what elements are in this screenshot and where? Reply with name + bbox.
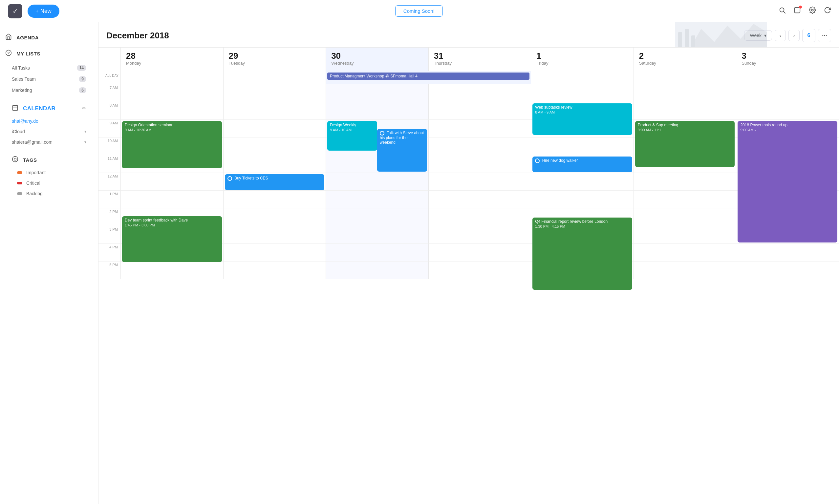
cell-3-4pm[interactable] [736,244,839,262]
allday-event-workshop[interactable]: Product Managment Workshop @ SFmoma Hall… [327,73,530,80]
cell-1-8am[interactable]: Web subtasks review 8 AM - 9 AM [531,102,634,120]
prev-week-button[interactable]: ‹ [775,30,786,41]
cell-31-3pm[interactable] [429,226,532,244]
cell-30-3pm[interactable] [326,226,429,244]
event-hire-dog[interactable]: Hire new dog walker [532,157,632,172]
cell-2-5pm[interactable] [634,262,736,279]
cell-28-7am[interactable] [121,84,224,102]
refresh-icon[interactable] [824,6,831,16]
new-button[interactable]: + New [28,5,59,18]
cell-31-9am[interactable] [429,120,532,138]
cell-31-2pm[interactable] [429,209,532,226]
event-dev-sprint[interactable]: Dev team sprint feedback with Dave 1:45 … [122,216,222,262]
cell-31-1pm[interactable] [429,191,532,209]
cell-29-8am[interactable] [224,102,326,120]
cell-29-9am[interactable] [224,120,326,138]
cell-30-9am[interactable]: Design Weekly 9 AM - 10 AM Talk with Ste… [326,120,429,138]
cell-30-12pm[interactable] [326,173,429,191]
more-options-button[interactable] [818,29,831,42]
cell-2-1pm[interactable] [634,191,736,209]
account-shai[interactable]: shai@any.do [12,116,86,126]
cell-29-1pm[interactable] [224,191,326,209]
cell-28-12pm[interactable] [121,173,224,191]
cell-29-5pm[interactable] [224,262,326,279]
cell-30-5pm[interactable] [326,262,429,279]
cell-31-5pm[interactable] [429,262,532,279]
list-item-marketing[interactable]: Marketing 6 [6,85,92,96]
cell-31-8am[interactable] [429,102,532,120]
cell-1-10am[interactable] [531,138,634,155]
cell-31-11am[interactable] [429,155,532,173]
cell-3-8am[interactable] [736,102,839,120]
cell-29-2pm[interactable] [224,209,326,226]
cell-2-2pm[interactable] [634,209,736,226]
chevron-icon-2: ▾ [84,140,86,144]
list-item-all-tasks[interactable]: All Tasks 14 [6,62,92,73]
cell-30-2pm[interactable] [326,209,429,226]
event-design-weekly[interactable]: Design Weekly 9 AM - 10 AM [327,121,377,150]
cell-28-1pm[interactable] [121,191,224,209]
week-view-select[interactable]: Week ▾ [744,30,772,41]
cell-2-12pm[interactable] [634,173,736,191]
cell-28-5pm[interactable] [121,262,224,279]
cell-30-4pm[interactable] [326,244,429,262]
cell-2-8am[interactable] [634,102,736,120]
check-circle-icon [5,50,12,58]
sidebar-item-my-lists[interactable]: MY LISTS [0,46,98,61]
tags-header[interactable]: TAGS [6,152,92,167]
next-week-button[interactable]: › [788,30,800,41]
cell-31-10am[interactable] [429,138,532,155]
cell-29-12pm[interactable]: Buy Tickets to CES [224,173,326,191]
tag-critical[interactable]: Critical [12,178,86,188]
cell-1-2pm[interactable]: Q4 Financial report review before London… [531,209,634,226]
cell-30-8am[interactable] [326,102,429,120]
cell-28-9am[interactable]: Design Orientation seminar 9 AM - 10:30 … [121,120,224,138]
list-item-sales-team[interactable]: Sales Team 9 [6,73,92,85]
cell-1-12pm[interactable] [531,173,634,191]
event-2018-power[interactable]: 2018 Power tools round up 9:00 AM - [737,121,837,242]
account-gmail[interactable]: shaiera@gmail.com ▾ [12,137,86,147]
cell-1-11am[interactable]: Hire new dog walker [531,155,634,173]
cell-29-4pm[interactable] [224,244,326,262]
event-web-subtasks[interactable]: Web subtasks review 8 AM - 9 AM [532,103,632,135]
cell-29-7am[interactable] [224,84,326,102]
cell-2-4pm[interactable] [634,244,736,262]
account-icloud[interactable]: iCloud ▾ [12,126,86,137]
time-12pm: 12 AM [99,173,121,191]
notification-icon[interactable] [794,6,801,16]
cell-2-3pm[interactable] [634,226,736,244]
coming-soon-button[interactable]: Coming Soon! [395,5,443,17]
cell-30-7am[interactable] [326,84,429,102]
cell-29-10am[interactable] [224,138,326,155]
notification-dot [799,5,802,8]
sidebar-item-agenda[interactable]: AGENDA [0,30,98,45]
event-talk-steve[interactable]: Talk with Steve about his plans for the … [377,129,427,172]
event-buy-tickets[interactable]: Buy Tickets to CES [225,174,325,190]
tag-important[interactable]: Important [12,167,86,178]
cell-1-7am[interactable] [531,84,634,102]
cell-28-8am[interactable] [121,102,224,120]
settings-icon[interactable] [809,6,816,16]
svg-rect-17 [678,32,682,47]
cell-28-2pm[interactable]: Dev team sprint feedback with Dave 1:45 … [121,209,224,226]
cell-3-9am[interactable]: 2018 Power tools round up 9:00 AM - [736,120,839,138]
cell-3-7am[interactable] [736,84,839,102]
cell-31-7am[interactable] [429,84,532,102]
cell-29-3pm[interactable] [224,226,326,244]
event-product-sup[interactable]: Product & Sup meeting 9:00 AM - 11:1 [635,121,735,167]
cell-30-1pm[interactable] [326,191,429,209]
cell-31-12pm[interactable] [429,173,532,191]
app-logo[interactable]: ✓ [8,4,22,18]
calendar-edit-icon[interactable]: ✏ [82,105,86,111]
cell-31-4pm[interactable] [429,244,532,262]
cell-2-9am[interactable]: Product & Sup meeting 9:00 AM - 11:1 [634,120,736,138]
event-q4-financial[interactable]: Q4 Financial report review before London… [532,218,632,290]
search-icon[interactable] [779,6,786,16]
cell-1-1pm[interactable] [531,191,634,209]
cell-2-7am[interactable] [634,84,736,102]
today-button[interactable]: 6 [802,29,815,42]
cell-29-11am[interactable] [224,155,326,173]
event-design-orientation[interactable]: Design Orientation seminar 9 AM - 10:30 … [122,121,222,168]
cell-3-5pm[interactable] [736,262,839,279]
tag-backlog[interactable]: Backlog [12,188,86,199]
